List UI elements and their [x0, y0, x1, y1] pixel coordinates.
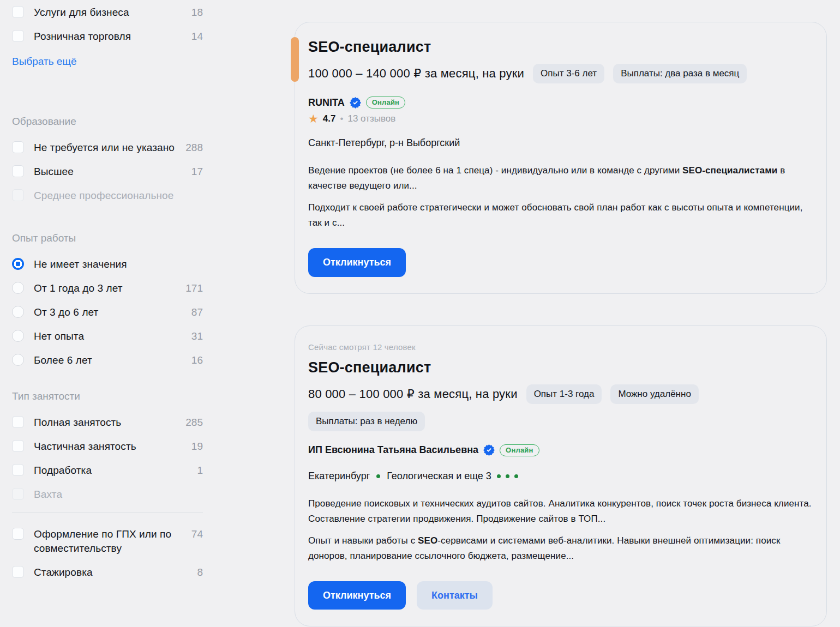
filter-count: 31 [191, 329, 203, 343]
filter-label: Частичная занятость [34, 439, 186, 454]
star-icon: ★ [308, 113, 319, 124]
filter-label: Полная занятость [34, 415, 180, 430]
filter-employment-full[interactable]: Полная занятость 285 [12, 415, 203, 430]
checkbox[interactable] [12, 528, 24, 540]
filter-industry-retail[interactable]: Розничная торговля 14 [12, 29, 203, 44]
filters-sidebar: Услуги для бизнеса 18 Розничная торговля… [12, 5, 203, 589]
separator-dot: • [340, 113, 343, 124]
filter-count: 18 [191, 5, 203, 20]
contacts-button[interactable]: Контакты [417, 581, 493, 610]
filter-count: 8 [197, 565, 203, 580]
highlight-accent-bar [291, 37, 299, 82]
filter-count: 87 [191, 305, 203, 319]
filter-label: От 3 до 6 лет [34, 305, 186, 319]
filter-count: 17 [191, 165, 203, 179]
metro-line-dot-icon [514, 474, 518, 478]
vacancy-title[interactable]: SEO-специалист [308, 39, 812, 56]
filter-count: 19 [191, 439, 203, 454]
filter-label: От 1 года до 3 лет [34, 281, 180, 296]
filter-industry-business-services[interactable]: Услуги для бизнеса 18 [12, 5, 203, 20]
choose-more-link[interactable]: Выбрать ещё [12, 56, 77, 68]
filter-employment-part[interactable]: Частичная занятость 19 [12, 439, 203, 454]
filter-employment-rotation-disabled: Вахта [12, 487, 203, 502]
metro-label: Геологическая и еще 3 [387, 471, 491, 482]
metro-lines-dots [497, 474, 518, 478]
vacancy-location: Санкт-Петербург, р-н Выборгский [308, 137, 812, 149]
section-employment-type: Тип занятости Полная занятость 285 Части… [12, 390, 203, 580]
radio[interactable] [12, 330, 24, 342]
metro-line-dot-icon [506, 474, 509, 478]
apply-button[interactable]: Откликнуться [308, 248, 406, 277]
filter-label: Услуги для бизнеса [34, 5, 186, 20]
vacancy-title[interactable]: SEO-специалист [308, 359, 812, 376]
metro-line-dot-icon [497, 474, 501, 478]
verified-badge-icon [350, 97, 361, 108]
checkbox [12, 488, 24, 500]
filter-experience-6plus[interactable]: Более 6 лет 16 [12, 353, 203, 367]
payout-badge: Выплаты: раз в неделю [308, 412, 425, 431]
filter-label: Стажировка [34, 565, 191, 580]
filter-label: Подработка [34, 463, 191, 478]
reviews-link[interactable]: 13 отзывов [347, 113, 395, 124]
checkbox[interactable] [12, 165, 24, 177]
experience-badge: Опыт 3-6 лет [533, 64, 604, 83]
company-rating: 4.7 [323, 113, 336, 124]
filter-internship[interactable]: Стажировка 8 [12, 565, 203, 580]
experience-badge: Опыт 1-3 года [526, 384, 602, 404]
section-title: Тип занятости [12, 390, 203, 402]
radio[interactable] [12, 354, 24, 366]
checkbox[interactable] [12, 30, 24, 42]
filter-count: 285 [185, 415, 203, 430]
description-highlight: SEO-специалистами [682, 165, 777, 176]
filter-count: 1 [197, 463, 203, 478]
filter-label: Не имеет значения [34, 257, 203, 272]
filter-employment-side-job[interactable]: Подработка 1 [12, 463, 203, 478]
city-label: Екатеринбург [308, 471, 370, 482]
filter-experience-none[interactable]: Нет опыта 31 [12, 329, 203, 343]
filter-label: Розничная торговля [34, 29, 186, 44]
radio-selected[interactable] [12, 258, 24, 270]
checkbox [12, 189, 24, 201]
filter-label: Не требуется или не указано [34, 141, 180, 155]
vacancy-card[interactable]: Сейчас смотрят 12 человек SEO-специалист… [295, 325, 827, 627]
apply-button[interactable]: Откликнуться [308, 581, 406, 610]
vacancy-salary: 100 000 – 140 000 ₽ за месяц, на руки [308, 67, 524, 81]
filter-gph-contract[interactable]: Оформление по ГПХ или по совместительств… [12, 527, 203, 556]
filter-count: 16 [191, 353, 203, 367]
filter-label: Нет опыта [34, 329, 186, 343]
description-highlight: SEO [418, 535, 437, 546]
vacancy-salary: 80 000 – 100 000 ₽ за месяц, на руки [308, 387, 518, 401]
company-name[interactable]: ИП Евсюнина Татьяна Васильевна [308, 444, 478, 456]
filter-label: Вахта [34, 487, 203, 502]
filter-label: Более 6 лет [34, 353, 186, 367]
filter-experience-any[interactable]: Не имеет значения [12, 257, 203, 272]
remote-badge: Можно удалённо [610, 384, 698, 404]
vacancy-description: Ведение проектов (не более 6 на 1 спеца)… [308, 163, 812, 231]
filter-label: Высшее [34, 165, 186, 179]
description-text: Проведение поисковых и технических аудит… [308, 496, 812, 527]
verified-badge-icon [483, 444, 495, 456]
checkbox[interactable] [12, 416, 24, 428]
filter-label: Оформление по ГПХ или по совместительств… [34, 527, 186, 556]
checkbox[interactable] [12, 566, 24, 578]
filter-education-higher[interactable]: Высшее 17 [12, 165, 203, 179]
filter-education-not-required[interactable]: Не требуется или не указано 288 [12, 141, 203, 155]
divider [12, 513, 203, 513]
section-title: Опыт работы [12, 232, 203, 244]
filter-experience-1-3[interactable]: От 1 года до 3 лет 171 [12, 281, 203, 296]
checkbox[interactable] [12, 6, 24, 18]
checkbox[interactable] [12, 464, 24, 476]
radio[interactable] [12, 282, 24, 294]
filter-experience-3-6[interactable]: От 3 до 6 лет 87 [12, 305, 203, 319]
section-experience: Опыт работы Не имеет значения От 1 года … [12, 232, 203, 367]
company-name[interactable]: RUNITA [308, 97, 345, 108]
radio[interactable] [12, 306, 24, 318]
payout-badge: Выплаты: два раза в месяц [613, 64, 747, 83]
description-text: Ведение проектов (не более 6 на 1 спеца)… [308, 165, 682, 176]
checkbox[interactable] [12, 440, 24, 452]
filter-count: 288 [185, 141, 203, 155]
vacancy-description: Проведение поисковых и технических аудит… [308, 496, 812, 564]
filter-count: 74 [191, 527, 203, 541]
checkbox[interactable] [12, 141, 24, 153]
vacancy-card[interactable]: SEO-специалист 100 000 – 140 000 ₽ за ме… [295, 22, 827, 294]
